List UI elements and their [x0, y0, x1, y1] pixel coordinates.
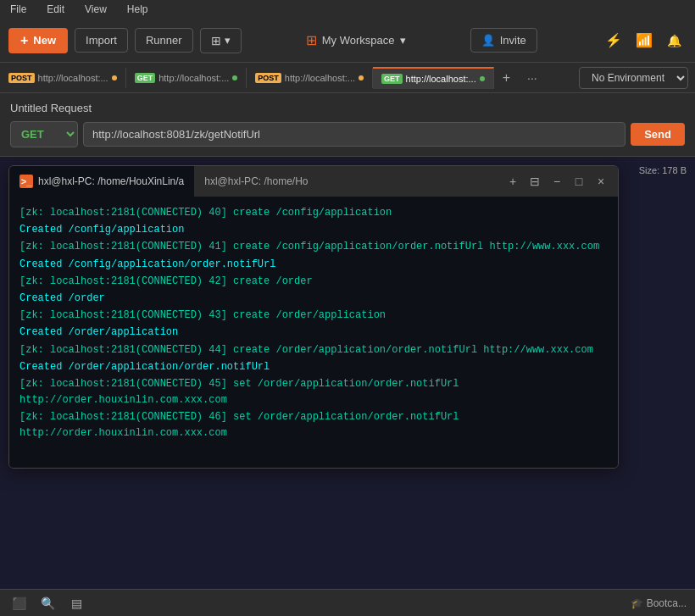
- new-label: New: [33, 34, 56, 47]
- terminal-output-1: Created /config/application: [19, 224, 184, 236]
- tab-2[interactable]: POST http://localhost:...: [247, 68, 373, 88]
- boot-icon: 🎓: [631, 597, 643, 609]
- person-icon: 👤: [481, 34, 495, 47]
- tab-url-3: http://localhost:...: [406, 74, 476, 84]
- workspace-button[interactable]: ⊞ My Workspace ▾: [306, 32, 406, 48]
- method-badge-get-3: GET: [381, 74, 403, 84]
- method-badge-get-1: GET: [135, 73, 156, 83]
- terminal-prompt-6: [zk: localhost:2181(CONNECTED) 43] creat…: [19, 309, 386, 321]
- search-icon-button[interactable]: 🔍: [37, 593, 58, 613]
- tab-dot-3: [480, 76, 485, 81]
- chevron-down-icon: ▾: [225, 34, 231, 47]
- plus-icon: +: [20, 33, 28, 48]
- terminal-tab-1[interactable]: >_ hxl@hxl-PC: /home/HouXinLin/a: [9, 166, 194, 197]
- terminal-line-5: Created /order: [19, 291, 608, 307]
- main-content: Size: 178 B >_ hxl@hxl-PC: /home/HouXinL…: [0, 157, 695, 589]
- menu-help[interactable]: Help: [124, 2, 152, 17]
- tab-dot-2: [359, 75, 364, 80]
- tab-url-1: http://localhost:...: [158, 73, 229, 83]
- terminal-split-button[interactable]: ⊟: [525, 171, 545, 191]
- menu-view[interactable]: View: [81, 2, 110, 17]
- terminal-line-4: [zk: localhost:2181(CONNECTED) 42] creat…: [19, 274, 608, 290]
- terminal-prompt-8: [zk: localhost:2181(CONNECTED) 44] creat…: [19, 344, 593, 356]
- terminal-output-5: Created /order: [19, 292, 105, 304]
- terminal-prompt-11: [zk: localhost:2181(CONNECTED) 46] set /…: [19, 411, 459, 439]
- terminal-maximize-button[interactable]: □: [569, 171, 589, 191]
- environment-selector[interactable]: No Environment: [579, 67, 688, 89]
- lightning-icon-button[interactable]: ⚡: [602, 29, 626, 53]
- bootcamp-label: Bootca...: [647, 597, 687, 609]
- method-select[interactable]: GET: [10, 121, 78, 147]
- new-button[interactable]: + New: [8, 28, 68, 53]
- tab-bar: POST http://localhost:... GET http://loc…: [0, 63, 695, 93]
- terminal-line-3: Created /config/application/order.notifU…: [19, 257, 608, 273]
- terminal-line-8: [zk: localhost:2181(CONNECTED) 44] creat…: [19, 342, 608, 358]
- layout-icon: ⊞: [211, 34, 221, 47]
- notification-icon-button[interactable]: 🔔: [663, 29, 687, 53]
- terminal-prompt-10: [zk: localhost:2181(CONNECTED) 45] set /…: [19, 378, 459, 406]
- terminal-line-0: [zk: localhost:2181(CONNECTED) 40] creat…: [19, 205, 608, 221]
- url-input[interactable]: [83, 122, 626, 147]
- toolbar-right: ⚡ 📶 🔔: [602, 29, 687, 53]
- tab-dot-1: [232, 75, 237, 80]
- terminal-line-9: Created /order/application/order.notifUr…: [19, 359, 608, 375]
- response-size: Size: 178 B: [639, 165, 687, 175]
- tab-add-button[interactable]: +: [494, 65, 519, 91]
- terminal-prompt-4: [zk: localhost:2181(CONNECTED) 42] creat…: [19, 275, 313, 287]
- status-right: 🎓 Bootca...: [631, 597, 687, 609]
- shell-icon: >_: [19, 175, 33, 188]
- terminal-line-1: Created /config/application: [19, 222, 608, 238]
- console-icon-button[interactable]: ⬛: [8, 593, 29, 613]
- tab-url-0: http://localhost:...: [38, 73, 108, 83]
- terminal-line-7: Created /order/application: [19, 325, 608, 341]
- terminal-tab2-label: hxl@hxl-PC: /home/Ho: [204, 175, 308, 187]
- wifi-icon-button[interactable]: 📶: [632, 29, 656, 53]
- terminal-prompt-2: [zk: localhost:2181(CONNECTED) 41] creat…: [19, 241, 599, 253]
- method-badge-post-2: POST: [255, 73, 281, 83]
- bootcamp-link[interactable]: 🎓 Bootca...: [631, 597, 687, 609]
- menu-edit[interactable]: Edit: [43, 2, 68, 17]
- terminal-controls: + ⊟ − □ ×: [503, 171, 618, 191]
- menu-file[interactable]: File: [7, 2, 30, 17]
- terminal-line-6: [zk: localhost:2181(CONNECTED) 43] creat…: [19, 308, 608, 324]
- request-area: Untitled Request GET Send: [0, 93, 695, 157]
- tab-1[interactable]: GET http://localhost:...: [126, 68, 247, 88]
- terminal-line-2: [zk: localhost:2181(CONNECTED) 41] creat…: [19, 239, 608, 255]
- tab-url-2: http://localhost:...: [285, 73, 355, 83]
- workspace-label: My Workspace: [322, 34, 395, 47]
- request-title: Untitled Request: [10, 102, 685, 114]
- workspace-chevron-icon: ▾: [400, 34, 406, 47]
- terminal-output-9: Created /order/application/order.notifUr…: [19, 361, 270, 373]
- runner-button[interactable]: Runner: [135, 28, 193, 53]
- workspace-grid-icon: ⊞: [306, 32, 317, 48]
- panel-icon-button[interactable]: ▤: [66, 593, 86, 613]
- request-row: GET Send: [10, 121, 685, 147]
- terminal-minimize-button[interactable]: −: [547, 171, 567, 191]
- terminal-titlebar: >_ hxl@hxl-PC: /home/HouXinLin/a hxl@hxl…: [9, 166, 618, 197]
- terminal-output-3: Created /config/application/order.notifU…: [19, 258, 275, 270]
- terminal-close-button[interactable]: ×: [591, 171, 611, 191]
- method-badge-post: POST: [8, 73, 35, 83]
- response-info: Size: 178 B: [639, 165, 687, 175]
- terminal-line-10: [zk: localhost:2181(CONNECTED) 45] set /…: [19, 376, 608, 408]
- tab-3[interactable]: GET http://localhost:...: [373, 67, 494, 89]
- tab-dot-0: [112, 75, 117, 80]
- toolbar: + New Import Runner ⊞ ▾ ⊞ My Workspace ▾…: [0, 19, 695, 63]
- terminal-line-11: [zk: localhost:2181(CONNECTED) 46] set /…: [19, 409, 608, 441]
- status-bar: ⬛ 🔍 ▤ 🎓 Bootca...: [0, 589, 695, 616]
- terminal-tab-2[interactable]: hxl@hxl-PC: /home/Ho: [194, 166, 318, 197]
- layout-button[interactable]: ⊞ ▾: [200, 28, 242, 53]
- terminal-output-7: Created /order/application: [19, 326, 178, 338]
- terminal-prompt-0: [zk: localhost:2181(CONNECTED) 40] creat…: [19, 207, 392, 219]
- invite-button[interactable]: 👤 Invite: [470, 28, 537, 53]
- terminal-add-button[interactable]: +: [503, 171, 523, 191]
- terminal-tab1-label: hxl@hxl-PC: /home/HouXinLin/a: [38, 175, 184, 187]
- terminal-window: >_ hxl@hxl-PC: /home/HouXinLin/a hxl@hxl…: [8, 165, 619, 469]
- terminal-body: [zk: localhost:2181(CONNECTED) 40] creat…: [9, 197, 618, 468]
- menu-bar: File Edit View Help: [0, 0, 695, 19]
- tab-0[interactable]: POST http://localhost:...: [0, 68, 126, 88]
- import-button[interactable]: Import: [75, 28, 128, 53]
- tab-menu-button[interactable]: ···: [519, 66, 546, 90]
- send-button[interactable]: Send: [631, 123, 685, 146]
